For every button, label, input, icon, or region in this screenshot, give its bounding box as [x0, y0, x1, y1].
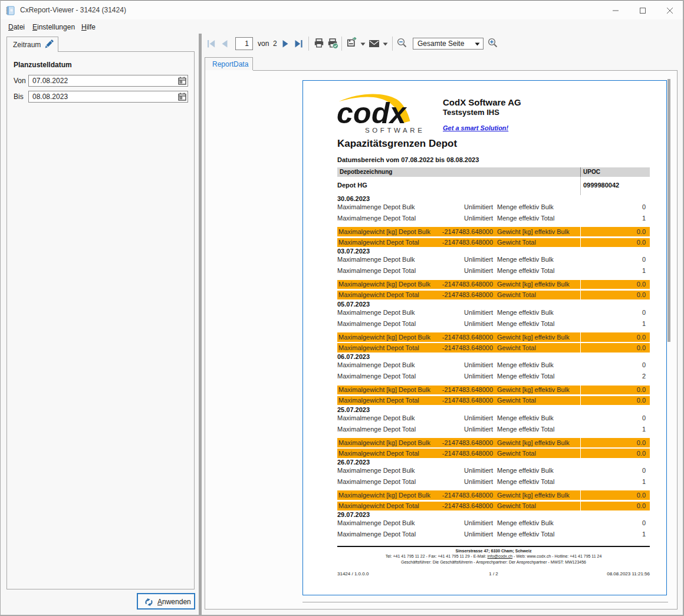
svg-text:codx: codx	[337, 97, 407, 130]
svg-text:SOFTWARE: SOFTWARE	[365, 127, 425, 134]
